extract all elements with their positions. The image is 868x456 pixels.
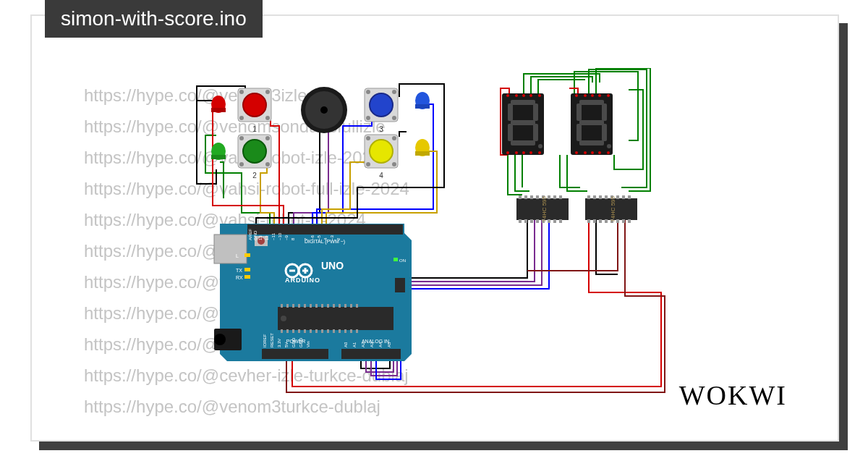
svg-rect-96 (553, 219, 556, 223)
svg-point-51 (538, 144, 542, 148)
svg-rect-141 (281, 329, 283, 333)
svg-rect-66 (576, 104, 582, 121)
svg-point-34 (392, 136, 396, 140)
svg-rect-82 (519, 195, 522, 199)
svg-point-27 (366, 116, 370, 120)
svg-rect-157 (289, 270, 295, 272)
svg-text:RESET: RESET (270, 333, 274, 347)
svg-text:RX: RX (236, 275, 243, 280)
led-red (211, 96, 226, 113)
svg-rect-142 (286, 329, 289, 333)
svg-text:ANALOG IN: ANALOG IN (362, 339, 389, 344)
led-blue (415, 92, 430, 109)
svg-rect-144 (298, 329, 300, 333)
button-red[interactable]: 1 (238, 88, 271, 133)
svg-text:~3: ~3 (330, 235, 334, 240)
svg-point-61 (538, 151, 541, 154)
svg-rect-100 (587, 195, 590, 199)
svg-rect-93 (536, 219, 539, 223)
svg-rect-137 (339, 304, 341, 308)
svg-rect-117 (214, 235, 247, 263)
svg-rect-139 (350, 304, 352, 308)
svg-point-119 (214, 334, 226, 345)
svg-text:A0: A0 (344, 342, 348, 347)
svg-rect-90 (519, 219, 522, 223)
svg-point-10 (265, 90, 270, 94)
file-tab[interactable]: simon-with-score.ino (45, 0, 263, 38)
svg-rect-85 (536, 195, 539, 199)
svg-rect-48 (533, 104, 538, 121)
svg-rect-68 (576, 124, 582, 141)
seven-segment-2 (571, 93, 613, 155)
svg-rect-135 (327, 304, 329, 308)
svg-text:74HC 595: 74HC 595 (541, 195, 548, 222)
svg-point-58 (515, 151, 518, 154)
svg-text:~10: ~10 (278, 232, 282, 240)
svg-rect-92 (530, 219, 533, 223)
svg-text:L: L (236, 253, 239, 258)
svg-rect-150 (333, 329, 335, 333)
svg-point-9 (239, 90, 244, 94)
svg-point-17 (239, 136, 244, 140)
svg-rect-133 (315, 304, 318, 308)
svg-rect-1 (211, 108, 226, 112)
svg-rect-106 (622, 195, 625, 199)
svg-text:12: 12 (265, 235, 269, 240)
svg-rect-124 (341, 349, 401, 359)
svg-rect-149 (327, 329, 329, 333)
svg-point-33 (366, 136, 370, 140)
svg-point-72 (584, 94, 587, 97)
svg-point-74 (598, 94, 601, 97)
card-frame: https://hype.co/@venom3izle https://hype… (30, 14, 839, 442)
svg-rect-69 (602, 124, 607, 141)
buzzer (301, 87, 347, 133)
svg-point-60 (529, 151, 532, 154)
svg-rect-114 (622, 219, 625, 223)
svg-rect-95 (548, 219, 550, 223)
svg-point-56 (538, 94, 541, 97)
svg-text:13: 13 (258, 235, 263, 240)
svg-point-52 (506, 94, 509, 97)
svg-point-11 (239, 116, 244, 120)
svg-text:A1: A1 (352, 342, 357, 347)
svg-rect-89 (559, 195, 562, 199)
svg-rect-140 (356, 304, 358, 308)
svg-text:A5: A5 (387, 342, 391, 347)
button-yellow[interactable]: 4 (365, 135, 398, 180)
svg-rect-97 (559, 219, 562, 223)
svg-rect-49 (508, 124, 513, 141)
svg-text:AREF: AREF (248, 229, 252, 240)
svg-point-59 (522, 151, 525, 154)
svg-text:~9: ~9 (284, 235, 289, 240)
svg-rect-88 (553, 195, 556, 199)
svg-text:1: 1 (252, 125, 257, 133)
svg-rect-65 (579, 140, 604, 145)
svg-rect-152 (344, 329, 346, 333)
svg-rect-50 (533, 124, 538, 141)
svg-text:A3: A3 (370, 342, 374, 347)
svg-rect-63 (579, 100, 604, 105)
svg-rect-46 (511, 140, 535, 145)
svg-rect-127 (281, 304, 283, 308)
svg-rect-136 (333, 304, 335, 308)
svg-point-20 (265, 162, 270, 166)
svg-text:ARDUINO: ARDUINO (285, 276, 320, 284)
svg-rect-171 (244, 275, 250, 279)
svg-point-73 (591, 94, 594, 97)
svg-point-57 (506, 151, 509, 154)
wokwi-logo: WOKWI (679, 379, 787, 411)
svg-point-35 (366, 162, 370, 166)
svg-point-54 (522, 94, 525, 97)
svg-text:74HC 595: 74HC 595 (610, 195, 616, 222)
svg-rect-91 (524, 219, 527, 223)
svg-rect-108 (587, 219, 590, 223)
svg-rect-159 (305, 268, 307, 274)
svg-rect-151 (339, 329, 341, 333)
svg-rect-145 (304, 329, 306, 333)
seven-segment-1 (502, 93, 544, 155)
svg-rect-5 (415, 104, 430, 109)
svg-point-75 (607, 94, 610, 97)
arduino-uno-board: UNO ARDUINO DIGITAL (PWM ~) ANALOG IN PO… (214, 224, 412, 361)
svg-rect-47 (508, 104, 513, 121)
svg-rect-84 (530, 195, 533, 199)
